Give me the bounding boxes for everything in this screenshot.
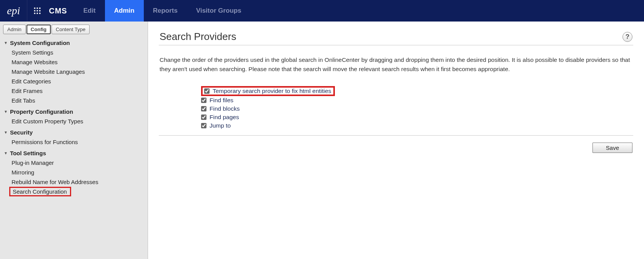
section-title-label: Security [10,129,33,136]
sidebar-subtabs: Admin Config Content Type [3,25,145,34]
top-nav: epi CMS Edit Admin Reports Visitor Group… [0,0,644,22]
provider-checkbox[interactable] [201,98,206,103]
chevron-down-icon: ▼ [4,41,8,45]
page-title: Search Providers [160,31,236,43]
section-title-label: Tool Settings [10,150,46,156]
section-property-configuration[interactable]: ▼ Property Configuration [3,105,145,116]
svg-rect-7 [37,13,38,14]
provider-row[interactable]: Find pages [201,113,633,121]
section-system-configuration[interactable]: ▼ System Configuration [3,37,145,48]
save-button[interactable]: Save [592,143,632,153]
provider-checkbox[interactable] [201,106,206,111]
section-tool-settings[interactable]: ▼ Tool Settings [3,147,145,158]
provider-list: Temporary search provider to fix html en… [159,85,633,136]
chevron-down-icon: ▼ [4,151,8,155]
section-title-label: Property Configuration [10,108,73,115]
provider-row[interactable]: Find blocks [201,105,633,113]
provider-label: Temporary search provider to fix html en… [213,88,331,95]
tree-manage-websites[interactable]: Manage Websites [3,57,145,67]
section-security[interactable]: ▼ Security [3,126,145,137]
svg-rect-0 [34,8,35,9]
provider-label: Jump to [210,122,231,129]
tree-manage-website-languages[interactable]: Manage Website Languages [3,67,145,76]
provider-label: Find files [210,97,233,104]
svg-rect-5 [39,10,40,11]
provider-label: Find pages [210,114,239,121]
svg-rect-8 [39,13,40,14]
epi-logo: epi [0,5,27,17]
provider-row[interactable]: Jump to [201,121,633,130]
chevron-down-icon: ▼ [4,130,8,134]
provider-row[interactable]: Temporary search provider to fix html en… [201,86,335,96]
subtab-content-type[interactable]: Content Type [52,25,90,34]
tree-rebuild-name-for-web-addresses[interactable]: Rebuild Name for Web Addresses [3,177,145,187]
tree-edit-frames[interactable]: Edit Frames [3,86,145,96]
nav-visitor-groups[interactable]: Visitor Groups [187,0,251,22]
nav-reports[interactable]: Reports [144,0,187,22]
svg-rect-1 [37,8,38,9]
provider-row[interactable]: Find files [201,96,633,105]
provider-checkbox[interactable] [204,88,210,94]
waffle-icon[interactable] [27,7,47,15]
brand-label: CMS [47,7,74,15]
svg-rect-2 [39,8,40,9]
section-title-label: System Configuration [10,40,70,46]
nav-admin[interactable]: Admin [105,0,144,22]
actions-bar: Save [159,136,633,160]
subtab-admin[interactable]: Admin [3,25,26,34]
tree-plug-in-manager[interactable]: Plug-in Manager [3,158,145,168]
tree-permissions-for-functions[interactable]: Permissions for Functions [3,137,145,147]
nav-edit[interactable]: Edit [74,0,105,22]
tree-edit-categories[interactable]: Edit Categories [3,76,145,86]
tree-edit-tabs[interactable]: Edit Tabs [3,96,145,105]
help-icon[interactable]: ? [622,32,632,42]
svg-rect-4 [37,10,38,11]
sidebar: Admin Config Content Type ▼ System Confi… [0,22,148,259]
svg-rect-3 [34,10,35,11]
tree-edit-custom-property-types[interactable]: Edit Custom Property Types [3,116,145,126]
page-description: Change the order of the providers used i… [159,45,633,85]
tree-search-configuration[interactable]: Search Configuration [9,187,71,196]
provider-checkbox[interactable] [201,115,206,120]
tree-system-settings[interactable]: System Settings [3,48,145,57]
tree-mirroring[interactable]: Mirroring [3,168,145,177]
subtab-config[interactable]: Config [27,25,51,34]
provider-label: Find blocks [210,105,240,112]
provider-checkbox[interactable] [201,123,206,128]
chevron-down-icon: ▼ [4,110,8,114]
svg-rect-6 [34,13,35,14]
page-header: Search Providers ? [159,27,633,45]
main-panel: Search Providers ? Change the order of t… [148,22,644,259]
